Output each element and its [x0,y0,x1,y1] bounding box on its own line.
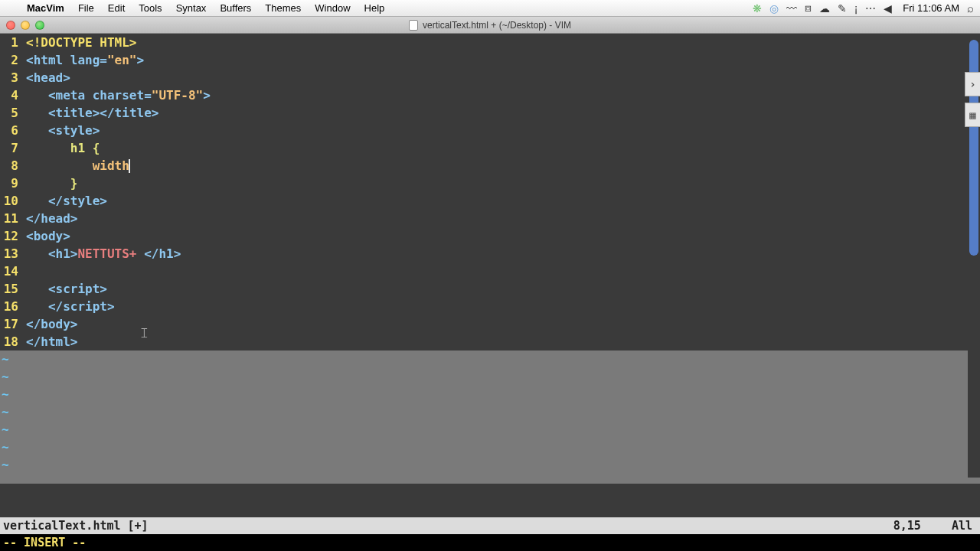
menu-window[interactable]: Window [308,2,357,14]
window-title: verticalText.html + (~/Desktop) - VIM [423,20,571,31]
evernote-icon[interactable]: ✎ [838,2,847,15]
spotlight-icon[interactable]: ⌕ [967,2,974,15]
menubar-icon-5[interactable]: ☁︎ [819,2,830,15]
menubar-icon-2[interactable]: ◎ [769,2,779,15]
status-line: verticalText.html [+] 8,15 All [0,517,980,534]
menu-buffers[interactable]: Buffers [213,2,258,14]
vim-mode-line: -- INSERT -- [0,534,980,551]
empty-line-tildes: ~ ~ ~ ~ ~ ~ ~ [0,350,980,484]
menubar-clock[interactable]: Fri 11:06 AM [900,2,959,14]
menu-file[interactable]: File [71,2,101,14]
vertical-scrollbar[interactable] [968,34,980,478]
status-view: All [952,517,972,535]
menu-edit[interactable]: Edit [101,2,132,14]
status-filename: verticalText.html [+] [3,517,149,535]
macvim-window: verticalText.html + (~/Desktop) - VIM 1 … [0,17,980,551]
app-name[interactable]: MacVim [20,2,71,14]
window-titlebar[interactable]: verticalText.html + (~/Desktop) - VIM [0,17,980,34]
menubar-overflow-icon[interactable]: ⋯ [865,2,876,15]
dropbox-icon[interactable]: ⧈ [805,2,812,15]
menubar-icon-1[interactable]: ❋ [753,2,762,15]
menu-tools[interactable]: Tools [132,2,168,14]
menu-syntax[interactable]: Syntax [169,2,214,14]
side-marker-2[interactable]: ▦ [965,103,980,127]
menubar-icon-7[interactable]: ¡ [854,2,858,15]
side-marker-1[interactable]: › [965,72,980,96]
menu-help[interactable]: Help [358,2,392,14]
menu-themes[interactable]: Themes [258,2,308,14]
document-icon [409,20,418,31]
mac-menubar: MacVim File Edit Tools Syntax Buffers Th… [0,0,980,17]
volume-icon[interactable]: ◀ [884,2,892,15]
vim-mode: -- INSERT -- [3,534,86,552]
status-cursor-pos: 8,15 [893,517,952,535]
editor[interactable]: 1 2 3 4 5 6 7 8 9 10 11 12 13 14 15 16 1… [0,34,980,551]
menubar-icon-3[interactable]: 〰 [786,2,797,15]
